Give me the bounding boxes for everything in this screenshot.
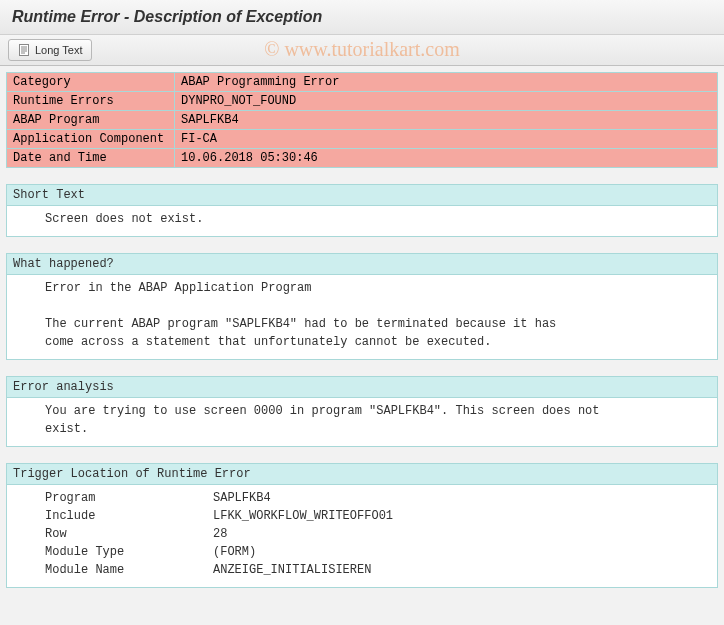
table-row: Application Component FI-CA xyxy=(7,130,718,149)
info-value: DYNPRO_NOT_FOUND xyxy=(175,92,718,111)
text-line: The current ABAP program "SAPLFKB4" had … xyxy=(13,315,711,333)
svg-rect-0 xyxy=(20,45,29,56)
trigger-location-section: Trigger Location of Runtime Error Progra… xyxy=(6,463,718,588)
text-line: Error in the ABAP Application Program xyxy=(13,279,711,297)
table-row: Runtime Errors DYNPRO_NOT_FOUND xyxy=(7,92,718,111)
kv-label: Include xyxy=(13,507,213,525)
info-label: Date and Time xyxy=(7,149,175,168)
kv-row: Program SAPLFKB4 xyxy=(13,489,711,507)
table-row: Date and Time 10.06.2018 05:30:46 xyxy=(7,149,718,168)
kv-value: 28 xyxy=(213,525,711,543)
kv-value: SAPLFKB4 xyxy=(213,489,711,507)
info-value: SAPLFKB4 xyxy=(175,111,718,130)
table-row: Category ABAP Programming Error xyxy=(7,73,718,92)
kv-label: Module Name xyxy=(13,561,213,579)
section-header: Short Text xyxy=(7,185,717,206)
text-line xyxy=(13,297,711,315)
kv-label: Row xyxy=(13,525,213,543)
kv-row: Include LFKK_WORKFLOW_WRITEOFFO01 xyxy=(13,507,711,525)
section-header: What happened? xyxy=(7,254,717,275)
kv-row: Row 28 xyxy=(13,525,711,543)
error-analysis-section: Error analysis You are trying to use scr… xyxy=(6,376,718,447)
table-row: ABAP Program SAPLFKB4 xyxy=(7,111,718,130)
text-line: You are trying to use screen 0000 in pro… xyxy=(13,402,711,420)
section-header: Trigger Location of Runtime Error xyxy=(7,464,717,485)
long-text-label: Long Text xyxy=(35,44,83,56)
what-happened-section: What happened? Error in the ABAP Applica… xyxy=(6,253,718,360)
toolbar: Long Text xyxy=(0,35,724,66)
kv-row: Module Type (FORM) xyxy=(13,543,711,561)
section-header: Error analysis xyxy=(7,377,717,398)
section-body: Program SAPLFKB4 Include LFKK_WORKFLOW_W… xyxy=(7,485,717,587)
section-body: You are trying to use screen 0000 in pro… xyxy=(7,398,717,446)
info-label: Runtime Errors xyxy=(7,92,175,111)
info-label: Category xyxy=(7,73,175,92)
kv-value: LFKK_WORKFLOW_WRITEOFFO01 xyxy=(213,507,711,525)
document-icon xyxy=(17,43,31,57)
content-area: Category ABAP Programming Error Runtime … xyxy=(0,66,724,610)
kv-value: ANZEIGE_INITIALISIEREN xyxy=(213,561,711,579)
info-label: ABAP Program xyxy=(7,111,175,130)
error-info-table: Category ABAP Programming Error Runtime … xyxy=(6,72,718,168)
short-text-section: Short Text Screen does not exist. xyxy=(6,184,718,237)
long-text-button[interactable]: Long Text xyxy=(8,39,92,61)
window-title: Runtime Error - Description of Exception xyxy=(0,0,724,35)
text-line: exist. xyxy=(13,420,711,438)
kv-label: Program xyxy=(13,489,213,507)
kv-value: (FORM) xyxy=(213,543,711,561)
info-label: Application Component xyxy=(7,130,175,149)
section-body: Screen does not exist. xyxy=(7,206,717,236)
info-value: ABAP Programming Error xyxy=(175,73,718,92)
text-line: Screen does not exist. xyxy=(13,210,711,228)
info-value: FI-CA xyxy=(175,130,718,149)
kv-row: Module Name ANZEIGE_INITIALISIEREN xyxy=(13,561,711,579)
text-line: come across a statement that unfortunate… xyxy=(13,333,711,351)
kv-label: Module Type xyxy=(13,543,213,561)
section-body: Error in the ABAP Application Program Th… xyxy=(7,275,717,359)
info-value: 10.06.2018 05:30:46 xyxy=(175,149,718,168)
